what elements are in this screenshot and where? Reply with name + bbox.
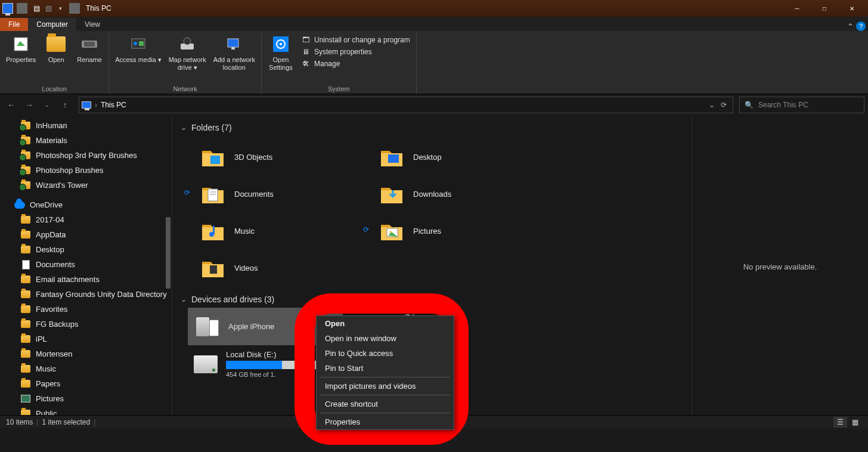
- menu-item-import-pictures-and-videos[interactable]: Import pictures and videos: [317, 379, 454, 394]
- search-input[interactable]: 🔍 Search This PC: [739, 97, 864, 113]
- scrollbar-thumb[interactable]: [166, 217, 170, 289]
- menu-item-open-in-new-window[interactable]: Open in new window: [317, 331, 454, 346]
- minimize-button[interactable]: ─: [783, 0, 811, 17]
- qat-properties-icon[interactable]: ▤: [31, 3, 42, 14]
- folder-item-documents[interactable]: ⟳Documents: [200, 175, 355, 212]
- help-icon[interactable]: ?: [856, 21, 866, 31]
- sidebar-item-papers[interactable]: Papers: [0, 376, 172, 391]
- maximize-button[interactable]: □: [811, 0, 838, 17]
- sidebar-item-label: FG Backups: [36, 320, 79, 329]
- add-network-button[interactable]: Add a network location: [211, 33, 258, 73]
- sidebar-item-favorites[interactable]: Favorites: [0, 302, 172, 317]
- sidebar-item-label: Wizard's Tower: [36, 181, 88, 190]
- sidebar-item-photoshop-3rd-party-brushes[interactable]: Photoshop 3rd Party Brushes: [0, 148, 172, 163]
- sidebar-item-fg-backups[interactable]: FG Backups: [0, 317, 172, 332]
- tiles-view-icon[interactable]: ▦: [848, 417, 862, 428]
- sidebar-item-2017-04[interactable]: 2017-04: [0, 212, 172, 227]
- system-properties-button[interactable]: 🖥System properties: [299, 47, 413, 57]
- titlebar: ▤ ▧ ▾ This PC ─ □ ✕: [0, 0, 868, 17]
- folder-icon: [200, 181, 226, 207]
- sidebar-item-email-attachments[interactable]: Email attachments: [0, 272, 172, 287]
- manage-button[interactable]: 🛠Manage: [299, 58, 413, 69]
- open-button[interactable]: Open: [41, 33, 72, 65]
- sidebar-item-label: Photoshop Brushes: [36, 166, 103, 175]
- tab-view[interactable]: View: [76, 18, 108, 31]
- folders-header[interactable]: Folders (7): [176, 120, 692, 135]
- menu-item-properties[interactable]: Properties: [317, 414, 454, 429]
- forward-button[interactable]: →: [21, 97, 37, 113]
- drive-label: Apple iPhone: [228, 322, 274, 331]
- menu-item-open[interactable]: Open: [317, 316, 454, 331]
- properties-button[interactable]: Properties: [4, 33, 38, 65]
- document-icon: [20, 259, 31, 270]
- folder-icon: [200, 144, 226, 170]
- qat-newfolder-icon[interactable]: ▧: [43, 3, 54, 14]
- drives-header[interactable]: Devices and drives (3): [176, 292, 692, 307]
- folder-item-pictures[interactable]: ⟳Pictures: [379, 212, 534, 249]
- preview-pane: No preview available.: [692, 116, 868, 417]
- rename-button[interactable]: Rename: [74, 33, 105, 65]
- system-menu-icon[interactable]: [2, 3, 13, 14]
- window-title: This PC: [86, 4, 111, 13]
- sidebar-item-music[interactable]: Music: [0, 361, 172, 376]
- folder-icon: [20, 215, 31, 225]
- uninstall-label: Uninstall or change a program: [314, 36, 410, 44]
- sidebar[interactable]: InHumanMaterialsPhotoshop 3rd Party Brus…: [0, 116, 172, 417]
- sidebar-item-desktop[interactable]: Desktop: [0, 242, 172, 257]
- sidebar-item-fantasy-grounds-unity-data-directory[interactable]: Fantasy Grounds Unity Data Directory: [0, 287, 172, 302]
- menu-item-create-shortcut[interactable]: Create shortcut: [317, 397, 454, 411]
- open-settings-button[interactable]: Open Settings: [265, 33, 296, 73]
- sidebar-item-appdata[interactable]: AppData: [0, 227, 172, 242]
- folder-icon: [20, 379, 31, 389]
- context-menu: OpenOpen in new windowPin to Quick acces…: [316, 315, 454, 430]
- folder-item-3d-objects[interactable]: 3D Objects: [200, 138, 355, 175]
- drive-icon: [194, 355, 218, 373]
- menu-item-pin-to-start[interactable]: Pin to Start: [317, 361, 454, 376]
- address-history-icon[interactable]: ⌄: [709, 101, 715, 109]
- tab-computer[interactable]: Computer: [28, 18, 76, 31]
- address-bar[interactable]: › This PC ⌄ ⟳: [79, 97, 733, 113]
- folder-item-downloads[interactable]: Downloads: [379, 175, 534, 212]
- access-media-button[interactable]: Access media ▾: [113, 33, 164, 65]
- refresh-icon[interactable]: ⟳: [721, 101, 727, 109]
- sidebar-item-wizard-s-tower[interactable]: Wizard's Tower: [0, 178, 172, 193]
- breadcrumb[interactable]: This PC: [101, 101, 126, 109]
- folder-icon: [20, 304, 31, 315]
- folder-icon: [20, 289, 31, 300]
- details-view-icon[interactable]: ☰: [833, 417, 847, 428]
- menu-item-pin-to-quick-access[interactable]: Pin to Quick access: [317, 346, 454, 361]
- folder-item-videos[interactable]: Videos: [200, 249, 355, 286]
- qat-dropdown-icon[interactable]: ▾: [55, 3, 66, 14]
- folder-item-music[interactable]: Music: [200, 212, 355, 249]
- back-button[interactable]: ←: [4, 97, 19, 113]
- folder-item-desktop[interactable]: Desktop: [379, 138, 534, 175]
- open-settings-label: Open Settings: [269, 56, 293, 72]
- sidebar-item-label: Fantasy Grounds Unity Data Directory: [36, 290, 167, 299]
- folder-icon: [379, 218, 405, 244]
- sidebar-item-documents[interactable]: Documents: [0, 257, 172, 272]
- folder-icon: [20, 180, 31, 191]
- sync-icon: ⟳: [184, 188, 190, 197]
- sidebar-item-materials[interactable]: Materials: [0, 133, 172, 148]
- sidebar-item-mortensen[interactable]: Mortensen: [0, 346, 172, 361]
- tab-file[interactable]: File: [0, 18, 28, 31]
- close-button[interactable]: ✕: [838, 0, 866, 17]
- svg-rect-14: [388, 154, 399, 163]
- properties-label: Properties: [6, 56, 36, 64]
- sidebar-item-label: AppData: [36, 230, 66, 239]
- uninstall-button[interactable]: 🗔Uninstall or change a program: [299, 35, 413, 45]
- svg-rect-9: [231, 47, 235, 49]
- add-network-label: Add a network location: [213, 56, 255, 72]
- sidebar-item-onedrive[interactable]: OneDrive: [0, 197, 172, 212]
- sidebar-item-pictures[interactable]: Pictures: [0, 391, 172, 406]
- sidebar-item-label: Favorites: [36, 305, 67, 314]
- sidebar-item-ipl[interactable]: iPL: [0, 332, 172, 346]
- preview-text: No preview available.: [743, 262, 817, 271]
- recent-button[interactable]: ⌄: [39, 97, 55, 113]
- up-button[interactable]: ↑: [57, 97, 73, 113]
- ribbon-collapse-icon[interactable]: ⌃: [847, 22, 854, 31]
- sidebar-item-photoshop-brushes[interactable]: Photoshop Brushes: [0, 163, 172, 178]
- sidebar-item-inhuman[interactable]: InHuman: [0, 118, 172, 133]
- map-drive-button[interactable]: Map network drive ▾: [166, 33, 209, 73]
- folder-icon: [20, 150, 31, 161]
